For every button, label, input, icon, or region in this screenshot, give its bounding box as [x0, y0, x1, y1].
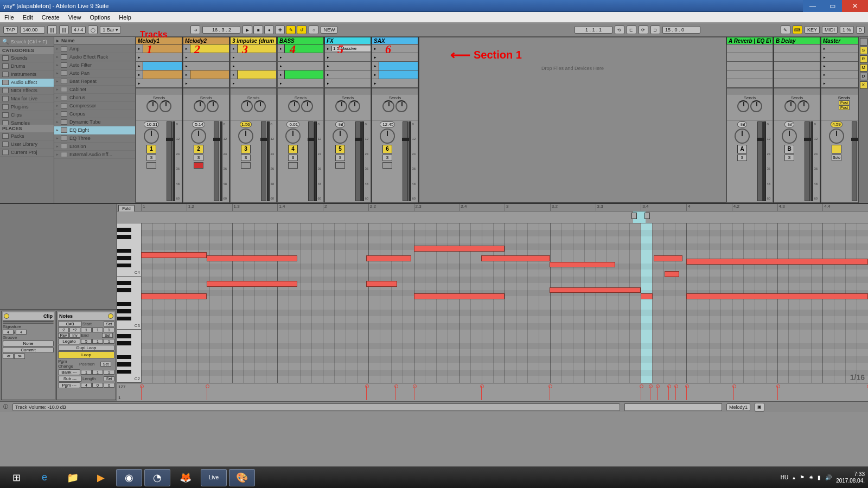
arm-button[interactable] [288, 162, 298, 169]
volume-fader[interactable] [308, 121, 314, 201]
clip-slot[interactable]: ▸ [183, 44, 229, 53]
midi-note[interactable] [686, 259, 868, 265]
delay-toggle[interactable]: D [860, 73, 867, 80]
metronome-button[interactable]: ◯ [88, 25, 98, 34]
track-activator[interactable]: 6 [382, 145, 392, 153]
nudge-up[interactable]: ‖‖ [59, 25, 69, 34]
midi-note[interactable] [141, 293, 207, 299]
overload-indicator[interactable]: D [856, 26, 865, 34]
velocity-marker[interactable] [657, 386, 658, 400]
browser-item[interactable]: Drums [0, 62, 54, 70]
browser-item[interactable]: ▸ Audio Effect Rack [54, 53, 135, 61]
solo-button[interactable]: S [335, 155, 345, 161]
clip-slot[interactable] [774, 62, 820, 70]
reenable-automation[interactable]: ↺ [297, 25, 307, 34]
clip-slot[interactable]: ▸ [183, 62, 229, 70]
clip-slot[interactable]: ▸ [183, 53, 229, 62]
browser-item[interactable]: ▸ Auto Pan [54, 69, 135, 78]
track-header[interactable]: A Reverb | EQ Ei [726, 37, 773, 44]
midi-note[interactable] [665, 271, 679, 277]
clip-slot[interactable] [774, 44, 820, 53]
browser-item[interactable]: Max for Live [0, 95, 54, 103]
volume-fader[interactable] [214, 121, 219, 201]
loop-switch[interactable]: ⟲ [615, 25, 624, 34]
track-header[interactable]: BASS [277, 37, 324, 44]
taskbar-ie[interactable]: e [31, 469, 58, 486]
session-record[interactable]: ○ [309, 25, 318, 34]
velocity-marker[interactable] [207, 386, 207, 400]
clip-slot[interactable]: ▸ [230, 53, 277, 62]
clip-slot[interactable]: ▸ [372, 79, 418, 88]
volume-fader[interactable] [355, 121, 361, 201]
record-button[interactable]: ● [264, 25, 274, 34]
midi-note[interactable] [366, 255, 411, 261]
loop-brace-lane[interactable] [117, 211, 868, 223]
track-activator[interactable]: 2 [194, 145, 203, 153]
arm-button[interactable] [335, 162, 345, 169]
computer-midi[interactable]: ⌨ [793, 25, 802, 34]
arm-button[interactable] [146, 162, 156, 169]
arm-button[interactable] [194, 162, 203, 169]
clip-slot[interactable]: ▸ [136, 53, 182, 62]
sends-toggle[interactable]: S [860, 47, 867, 54]
clip-slot[interactable] [774, 53, 820, 62]
browser-item[interactable]: ▸ Chorus [54, 94, 135, 102]
velocity-marker[interactable] [414, 386, 414, 400]
piano-keys[interactable]: C4C3C2 [117, 223, 141, 383]
loop-start-marker[interactable] [631, 213, 637, 219]
track-header[interactable]: FX [324, 37, 371, 44]
clip-slot[interactable]: ▸ [230, 70, 277, 79]
loop-length[interactable]: 15 . 0 . 0 [662, 26, 700, 34]
window-minimize[interactable]: — [803, 0, 822, 12]
velocity-marker[interactable] [650, 386, 650, 400]
velocity-marker[interactable] [675, 386, 676, 400]
taskbar-live[interactable]: Live [201, 469, 227, 486]
midi-note[interactable] [414, 293, 505, 299]
window-close[interactable]: ✕ [842, 0, 868, 12]
midi-note[interactable] [686, 293, 868, 299]
browser-item[interactable]: Sounds [0, 54, 54, 62]
follow-button[interactable]: ➔ [190, 25, 200, 34]
velocity-marker[interactable] [777, 386, 778, 400]
taskbar-explorer[interactable]: 📁 [60, 469, 86, 486]
io-toggle[interactable] [860, 38, 867, 46]
clip-slot[interactable]: ▸ [230, 44, 277, 53]
midi-note[interactable] [481, 255, 550, 261]
time-signature[interactable]: 4 / 4 [71, 26, 86, 34]
mixer-toggle[interactable]: M [860, 64, 867, 72]
position-bars[interactable]: 16 . 3 . 2 [202, 26, 240, 34]
clip-slot[interactable]: ▸ [183, 70, 229, 79]
clip-slot[interactable]: ▸ [277, 79, 324, 88]
track-activator[interactable]: A [737, 145, 747, 153]
browser-item[interactable]: MIDI Effects [0, 87, 54, 95]
menu-help[interactable]: Help [119, 14, 131, 21]
menu-file[interactable]: File [4, 14, 14, 21]
browser-item[interactable]: ▸ EQ Three [54, 134, 135, 143]
clip-slot[interactable]: ▸ [277, 44, 324, 53]
clip-slot[interactable]: ▸ [324, 53, 371, 62]
browser-item[interactable]: Samples [0, 119, 54, 125]
tray-battery-icon[interactable]: ▮ [818, 474, 821, 480]
solo-button[interactable]: S [784, 155, 794, 161]
velocity-marker[interactable] [395, 386, 396, 400]
solo-button[interactable]: S [194, 155, 203, 161]
browser-item[interactable]: User Library [0, 140, 54, 149]
browser-item[interactable]: ▸ Dynamic Tube [54, 118, 135, 126]
start-button[interactable]: ⊞ [3, 469, 29, 486]
window-maximize[interactable]: ▭ [822, 0, 842, 12]
key-map[interactable]: KEY [805, 26, 820, 34]
tempo-field[interactable]: 140.00 [20, 26, 45, 34]
clip-slot[interactable]: ▸ [324, 70, 371, 79]
browser-item[interactable]: Instruments [0, 70, 54, 79]
clip-slot[interactable]: ▸ [324, 62, 371, 70]
taskbar-clock[interactable]: 7:332017.08.04. [836, 471, 865, 484]
track-activator[interactable]: 3 [241, 145, 251, 153]
arm-button[interactable] [241, 162, 251, 169]
clip-slot[interactable]: ▸1 5-Massive [324, 44, 371, 53]
volume-fader[interactable] [757, 121, 763, 201]
clip-slot[interactable] [726, 53, 773, 62]
automation-arm[interactable]: ✎ [286, 25, 296, 34]
velocity-marker[interactable] [733, 386, 734, 400]
menu-create[interactable]: Create [42, 14, 60, 21]
velocity-marker[interactable] [481, 386, 482, 400]
